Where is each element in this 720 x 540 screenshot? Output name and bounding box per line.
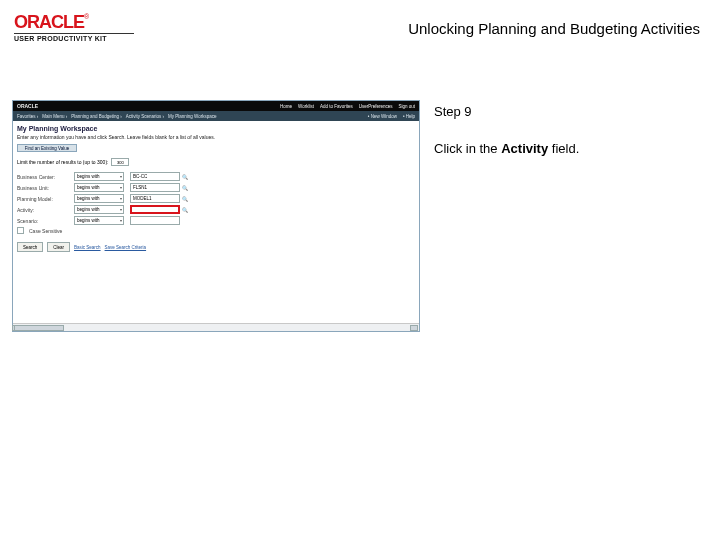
op-business-unit[interactable]: begins with [74, 183, 124, 192]
row-scenario: Scenario: begins with [17, 216, 415, 225]
product-line: USER PRODUCTIVITY KIT [14, 35, 134, 42]
search-button[interactable]: Search [17, 242, 43, 252]
crumb-main[interactable]: Main Menu [42, 114, 67, 119]
app-brand: ORACLE [17, 103, 38, 109]
result-limit-row: Limit the number of results to (up to 30… [13, 156, 419, 172]
horizontal-scrollbar[interactable] [13, 323, 419, 331]
val-business-center[interactable]: BC-CC [130, 172, 180, 181]
app-screenshot: ORACLE Home Worklist Add to Favorites Us… [12, 100, 420, 332]
menu-signout[interactable]: Sign out [398, 104, 415, 109]
page-subtitle: Enter any information you have and click… [13, 134, 419, 144]
row-business-unit: Business Unit: begins with FLSN1 🔍 [17, 183, 415, 192]
menu-prefs[interactable]: UserPreferences [359, 104, 393, 109]
oracle-logo-block: ORACLE® USER PRODUCTIVITY KIT [14, 13, 134, 42]
op-activity[interactable]: begins with [74, 205, 124, 214]
scroll-right-icon[interactable] [410, 325, 418, 331]
label-planning-model: Planning Model: [17, 196, 72, 202]
app-topbar: ORACLE Home Worklist Add to Favorites Us… [13, 101, 419, 111]
activity-field[interactable] [130, 205, 180, 214]
util-newwindow[interactable]: New Window [368, 114, 397, 119]
val-scenario[interactable] [130, 216, 180, 225]
step-suffix: field. [548, 141, 579, 156]
row-activity: Activity: begins with 🔍 [17, 205, 415, 214]
limit-label: Limit the number of results to (up to 30… [17, 159, 108, 165]
row-business-center: Business Center: begins with BC-CC 🔍 [17, 172, 415, 181]
op-scenario[interactable]: begins with [74, 216, 124, 225]
val-business-unit[interactable]: FLSN1 [130, 183, 180, 192]
util-help[interactable]: Help [403, 114, 415, 119]
label-scenario: Scenario: [17, 218, 72, 224]
limit-input[interactable]: 300 [111, 158, 129, 166]
label-business-unit: Business Unit: [17, 185, 72, 191]
step-prefix: Click in the [434, 141, 501, 156]
util-links: New Window Help [368, 114, 415, 119]
val-planning-model[interactable]: MODEL1 [130, 194, 180, 203]
scroll-thumb[interactable] [14, 325, 64, 331]
menu-worklist[interactable]: Worklist [298, 104, 314, 109]
crumb-favorites[interactable]: Favorites [17, 114, 38, 119]
crumb-activity[interactable]: Activity Scenarios [126, 114, 164, 119]
lookup-icon[interactable]: 🔍 [182, 196, 190, 202]
label-activity: Activity: [17, 207, 72, 213]
crumb-planning[interactable]: Planning and Budgeting [71, 114, 122, 119]
menu-favorites[interactable]: Add to Favorites [320, 104, 353, 109]
row-case-sensitive: Case Sensitive [17, 227, 415, 234]
label-business-center: Business Center: [17, 174, 72, 180]
lookup-icon[interactable]: 🔍 [182, 185, 190, 191]
link-save-criteria[interactable]: Save Search Criteria [105, 245, 147, 250]
op-business-center[interactable]: begins with [74, 172, 124, 181]
tab-find-existing[interactable]: Find an Existing Value [17, 144, 77, 152]
menu-home[interactable]: Home [280, 104, 292, 109]
page-title: My Planning Workspace [13, 121, 419, 134]
search-form: Business Center: begins with BC-CC 🔍 Bus… [13, 172, 419, 234]
oracle-logo: ORACLE [14, 12, 84, 32]
lookup-icon[interactable]: 🔍 [182, 207, 190, 213]
step-field-name: Activity [501, 141, 548, 156]
doc-title: Unlocking Planning and Budgeting Activit… [134, 20, 706, 37]
breadcrumb-bar: Favorites Main Menu Planning and Budgeti… [13, 111, 419, 121]
step-number: Step 9 [434, 104, 702, 119]
breadcrumb: Favorites Main Menu Planning and Budgeti… [17, 114, 217, 119]
app-top-menus: Home Worklist Add to Favorites UserPrefe… [280, 104, 415, 109]
logo-divider [14, 33, 134, 34]
instruction-panel: Step 9 Click in the Activity field. [420, 100, 708, 332]
step-text: Click in the Activity field. [434, 141, 702, 156]
crumb-workspace[interactable]: My Planning Workspace [168, 114, 216, 119]
row-planning-model: Planning Model: begins with MODEL1 🔍 [17, 194, 415, 203]
label-case-sensitive: Case Sensitive [29, 228, 415, 234]
case-sensitive-checkbox[interactable] [17, 227, 24, 234]
lookup-icon[interactable]: 🔍 [182, 174, 190, 180]
link-basic-search[interactable]: Basic Search [74, 245, 101, 250]
op-planning-model[interactable]: begins with [74, 194, 124, 203]
clear-button[interactable]: Clear [47, 242, 70, 252]
doc-header: ORACLE® USER PRODUCTIVITY KIT Unlocking … [0, 0, 720, 50]
form-buttons: Search Clear Basic Search Save Search Cr… [13, 236, 419, 254]
registered-icon: ® [84, 13, 89, 20]
